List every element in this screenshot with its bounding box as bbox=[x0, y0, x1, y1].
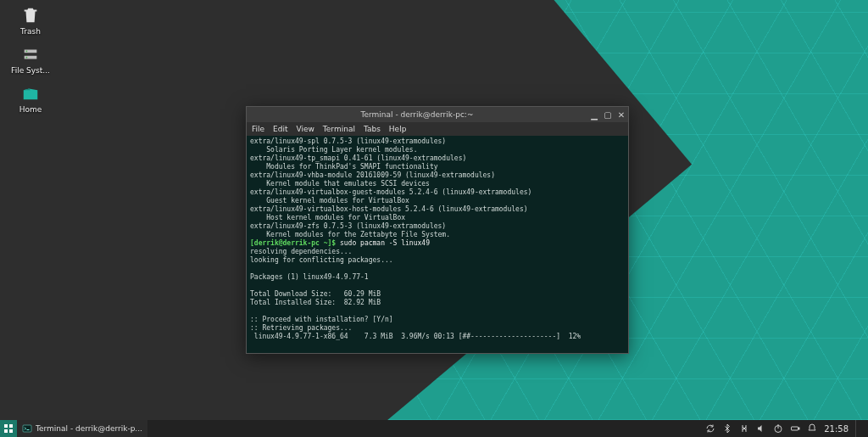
svg-rect-2 bbox=[4, 424, 8, 428]
clock[interactable]: 21:58 bbox=[824, 424, 849, 434]
desktop-icon-home[interactable]: Home bbox=[5, 83, 56, 114]
volume-icon[interactable] bbox=[756, 423, 766, 434]
desktop-icon-trash[interactable]: Trash bbox=[5, 5, 56, 36]
window-titlebar[interactable]: Terminal - derrik@derrik-pc:~ ▁ ▢ ✕ bbox=[247, 107, 628, 122]
menu-view[interactable]: View bbox=[297, 125, 314, 133]
svg-rect-6 bbox=[23, 425, 31, 432]
svg-rect-8 bbox=[792, 427, 798, 430]
updates-icon[interactable] bbox=[705, 423, 715, 434]
menu-file[interactable]: File bbox=[252, 125, 264, 133]
taskbar-item-label: Terminal - derrik@derrik-p... bbox=[36, 424, 142, 433]
taskbar: Terminal - derrik@derrik-p... 21:58 bbox=[0, 420, 868, 437]
window-maximize-button[interactable]: ▢ bbox=[601, 110, 615, 120]
power-icon[interactable] bbox=[773, 423, 783, 434]
desktop: Trash File Syst... Home Terminal - derri… bbox=[0, 0, 868, 420]
window-minimize-button[interactable]: ▁ bbox=[587, 110, 601, 120]
start-menu-button[interactable] bbox=[0, 420, 17, 437]
show-desktop-button[interactable] bbox=[855, 420, 863, 437]
network-icon[interactable] bbox=[739, 423, 749, 434]
filesystem-icon bbox=[19, 44, 42, 64]
system-tray: 21:58 bbox=[705, 420, 868, 437]
taskbar-item-terminal[interactable]: Terminal - derrik@derrik-p... bbox=[17, 420, 147, 437]
svg-rect-4 bbox=[4, 429, 8, 433]
desktop-icons: Trash File Syst... Home bbox=[5, 5, 56, 122]
svg-point-1 bbox=[26, 57, 28, 59]
terminal-window: Terminal - derrik@derrik-pc:~ ▁ ▢ ✕ File… bbox=[246, 106, 629, 354]
bluetooth-icon[interactable] bbox=[722, 423, 732, 434]
menu-edit[interactable]: Edit bbox=[273, 125, 287, 133]
desktop-icon-label: Trash bbox=[20, 27, 41, 36]
home-icon bbox=[19, 83, 42, 104]
window-close-button[interactable]: ✕ bbox=[615, 110, 628, 120]
notifications-icon[interactable] bbox=[807, 423, 817, 434]
desktop-icon-filesystem[interactable]: File Syst... bbox=[5, 44, 56, 75]
trash-icon bbox=[19, 5, 42, 25]
terminal-icon bbox=[22, 423, 32, 434]
svg-rect-5 bbox=[9, 429, 13, 433]
desktop-icon-label: Home bbox=[19, 105, 42, 114]
svg-rect-3 bbox=[9, 424, 13, 428]
window-title: Terminal - derrik@derrik-pc:~ bbox=[247, 110, 587, 119]
menu-tabs[interactable]: Tabs bbox=[364, 125, 381, 133]
svg-point-0 bbox=[26, 50, 28, 52]
battery-icon[interactable] bbox=[790, 423, 800, 434]
window-menubar: File Edit View Terminal Tabs Help bbox=[247, 122, 628, 136]
menu-terminal[interactable]: Terminal bbox=[323, 125, 355, 133]
svg-rect-9 bbox=[798, 428, 799, 429]
desktop-icon-label: File Syst... bbox=[11, 66, 50, 75]
terminal-output[interactable]: extra/linux49-spl 0.7.5-3 (linux49-extra… bbox=[247, 136, 628, 353]
menu-help[interactable]: Help bbox=[389, 125, 407, 133]
